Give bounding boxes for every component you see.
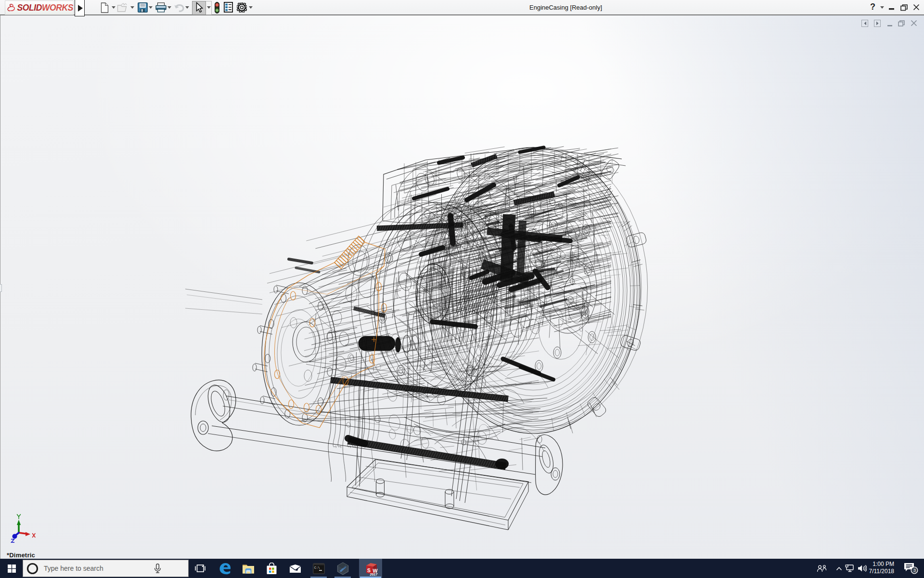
svg-text:C:\: C:\ [314,566,320,570]
svg-text:2017: 2017 [369,572,378,576]
svg-text:3: 3 [913,567,916,573]
